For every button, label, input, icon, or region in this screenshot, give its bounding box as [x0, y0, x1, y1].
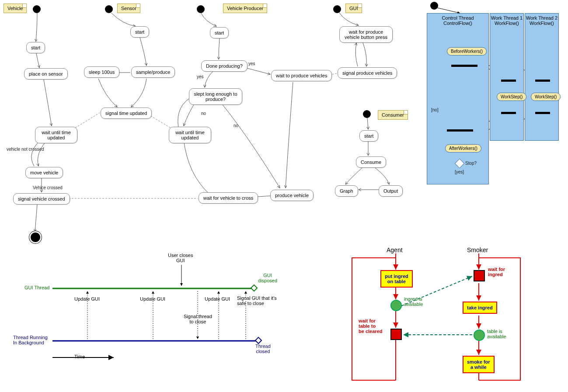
label-update-3: Update GUI [205, 296, 230, 302]
label-yes-slept: yes [197, 74, 204, 79]
label-thread-closed-1: Thread [255, 343, 271, 349]
box-smoke-1: smoke for [467, 359, 490, 364]
label-user-closes: User closes GUI [168, 253, 193, 263]
note-producer: Vehicle Producer [223, 3, 267, 13]
pill-workstep-2: WorkStep() [531, 93, 561, 101]
box-smoke: smoke for a while [463, 356, 495, 373]
node-consume: Consume [356, 156, 386, 168]
lane-w1-title: Work Thread 1 WorkFlow() [490, 14, 523, 26]
label-no-slept: no [201, 111, 206, 116]
lane-w2-title: Work Thread 2 WorkFlow() [525, 14, 558, 26]
label-not-crossed: vehicle not crossed [7, 147, 44, 152]
label-wait-clear: wait for table to be cleared [359, 318, 382, 334]
node-signal-time: signal time updated [101, 108, 152, 119]
node-wait-time-updated-2: wait until time updated [169, 127, 211, 143]
node-move-vehicle: move vehicle [25, 167, 63, 178]
node-output: Output [379, 185, 403, 197]
lane-w1: Work Thread 1 WorkFlow() [490, 13, 524, 141]
label-gui-thread: GUI Thread [24, 285, 49, 290]
label-signal-close-2: to close [189, 319, 206, 324]
init-consumer [363, 110, 371, 118]
node-vehicle-start: start [26, 42, 45, 53]
pill-after: AfterWorkers() [445, 144, 481, 153]
node-signal-produce: signal produce vehicles [338, 67, 397, 79]
label-wait-ingred-2: ingred [488, 272, 503, 277]
circle-ingred-avail [390, 300, 402, 311]
join-bar-1 [447, 129, 473, 132]
svg-rect-6 [255, 337, 261, 343]
lane-w2: Work Thread 2 WorkFlow() [525, 13, 559, 141]
label-signal-close-1: Signal thread [184, 314, 212, 319]
label-wait-clear-2: table to [359, 323, 376, 329]
node-wait-produce: wait to produce vehicles [271, 70, 332, 81]
init-vehicle [33, 5, 41, 13]
label-signal-close: Signal thread to close [184, 314, 212, 324]
final-vehicle [31, 232, 40, 242]
label-wait-ingred-1: wait for [488, 267, 505, 272]
label-user-closes-1: User closes [168, 253, 193, 258]
lane-w2-title1: Work Thread 2 [526, 15, 558, 21]
node-produce-vehicle: produce vehicle [270, 190, 314, 201]
node-slept-enough: slept long enough to produce? [189, 88, 242, 105]
box-smoke-2: a while [470, 364, 487, 370]
lane-control: Control Thread ControlFlow() [427, 13, 489, 184]
label-thread-closed-2: closed [256, 349, 270, 354]
square-wait-ingred [474, 270, 485, 281]
label-wait-clear-1: wait for [359, 318, 376, 323]
fork-w2-top [535, 80, 550, 82]
fork-w1-top [501, 80, 516, 82]
label-wait-clear-3: be cleared [359, 329, 382, 334]
label-safe-1: Signal GUI that it's [237, 295, 277, 301]
lane-control-title1: Control Thread [442, 15, 474, 21]
node-producer-start: start [210, 27, 229, 38]
pill-workstep-1: WorkStep() [497, 93, 526, 101]
note-gui: GUI [345, 3, 362, 13]
label-wait-ingred: wait for ingred [488, 267, 505, 277]
lane-control-title: Control Thread ControlFlow() [427, 14, 488, 26]
fork-bar-1 [451, 65, 477, 67]
lane-w1-title2: WorkFlow() [495, 21, 519, 26]
label-update-1: Update GUI [74, 296, 100, 302]
label-update-2: Update GUI [140, 296, 165, 302]
note-consumer: Consumer [378, 110, 408, 120]
circle-table-avail [474, 330, 485, 341]
label-safe-2: safe to close [237, 301, 264, 306]
label-gui-disposed: GUI disposed [258, 273, 277, 283]
box-put-ingred-1: put ingred [385, 274, 408, 279]
init-sensor [105, 5, 113, 13]
label-bg-thread: Thread Running In Background [13, 335, 48, 345]
note-sensor: Sensor [117, 3, 140, 13]
lane-w1-title1: Work Thread 1 [491, 15, 523, 21]
node-consumer-start: start [359, 130, 378, 142]
node-wait-button: wait for produce vehicle button press [339, 26, 393, 43]
lane-control-title2: ControlFlow() [443, 21, 472, 26]
label-table-avail-1: table is [487, 329, 502, 334]
note-vehicle: Vehicle [3, 3, 27, 13]
svg-rect-4 [251, 285, 257, 291]
label-yes: [yes] [455, 170, 464, 174]
init-gui [333, 5, 341, 13]
square-wait-clear [390, 329, 402, 340]
label-safe-close: Signal GUI that it's safe to close [237, 295, 277, 306]
label-ingred-avail-1: ingred is [404, 296, 422, 302]
label-table-avail-2: available [487, 334, 506, 339]
label-no: [no] [431, 108, 439, 112]
pill-before: BeforeWorkers() [447, 47, 487, 56]
label-yes-done: yes [248, 61, 255, 66]
header-smoker: Smoker [467, 246, 488, 253]
init-control [430, 2, 438, 10]
header-agent: Agent [387, 246, 403, 253]
label-crossed: Vehice crossed [33, 185, 63, 190]
label-bg-thread-1: Thread Running [13, 335, 48, 340]
node-sleep: sleep 100us [84, 66, 119, 78]
label-time: Time [74, 354, 85, 359]
label-bg-thread-2: In Background [13, 340, 44, 345]
node-place-sensor: place on sensor [24, 68, 68, 80]
node-sample: sample/produce [131, 66, 175, 78]
box-take-ingred: take ingred [463, 302, 497, 314]
label-user-closes-2: GUI [176, 258, 185, 263]
box-put-ingred: put ingred on table [380, 270, 413, 288]
label-gui-disposed-2: disposed [258, 278, 277, 283]
label-ingred-avail-2: available [404, 302, 423, 307]
node-done-producing: Done producing? [201, 60, 247, 72]
